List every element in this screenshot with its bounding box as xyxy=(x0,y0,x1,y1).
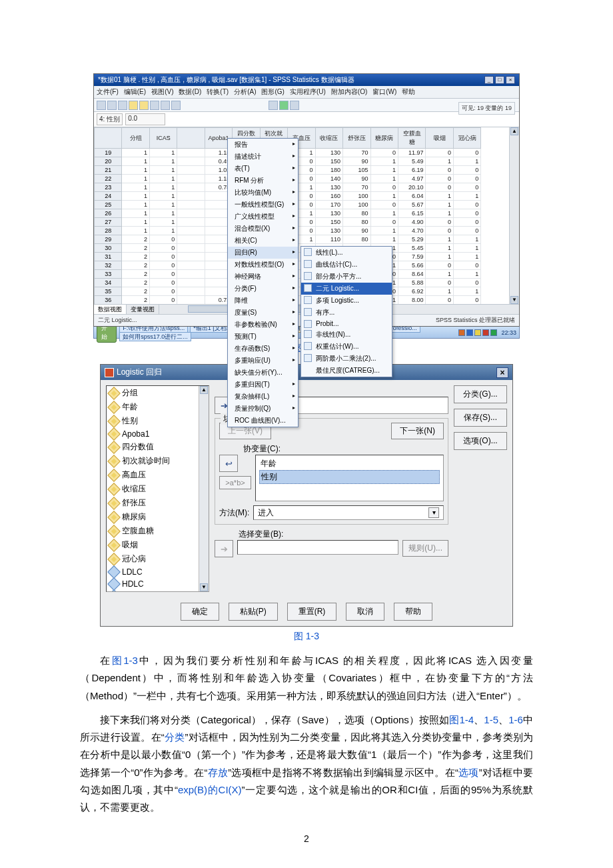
cell[interactable]: 1 xyxy=(370,166,398,175)
cell[interactable]: 0 xyxy=(453,183,480,192)
cell[interactable] xyxy=(177,175,205,183)
cell[interactable]: 1 xyxy=(453,253,480,261)
cell[interactable]: 0 xyxy=(370,183,398,192)
cell[interactable]: 5.88 xyxy=(398,279,425,287)
variable-item[interactable]: 舒张压 xyxy=(107,496,209,510)
menu-item[interactable]: 图形(G) xyxy=(261,88,284,95)
analyse-menu-item[interactable]: 报告▸ xyxy=(228,139,298,151)
analyse-menu-item[interactable]: 对数线性模型(O)▸ xyxy=(228,259,298,271)
analyse-menu-item[interactable]: 表(T)▸ xyxy=(228,163,298,175)
term-link[interactable]: exp(B)的CI(X) xyxy=(178,784,242,795)
cell[interactable]: 1 xyxy=(149,149,177,157)
variable-item[interactable]: 高血压 xyxy=(107,468,209,482)
term-link[interactable]: 选项 xyxy=(458,767,479,778)
tray-icon[interactable] xyxy=(490,329,497,336)
cell[interactable]: 130 xyxy=(315,183,342,192)
dialog-side-button[interactable]: 保存(S)... xyxy=(454,409,507,427)
cell[interactable]: 1 xyxy=(122,227,149,235)
row-number[interactable]: 36 xyxy=(95,296,122,305)
table-row[interactable]: 27114801508004.9000 xyxy=(95,218,509,227)
variable-item[interactable]: 年龄 xyxy=(107,400,209,414)
cell[interactable]: 0 xyxy=(453,175,480,183)
table-row[interactable]: 21111.02310018010516.1900 xyxy=(95,166,509,175)
analyse-menu-item[interactable]: 多重响应(U)▸ xyxy=(228,355,298,367)
cell[interactable] xyxy=(177,296,205,305)
dialog-side-button[interactable]: 分类(G)... xyxy=(454,385,507,403)
cell[interactable] xyxy=(177,235,205,244)
save-icon[interactable] xyxy=(107,101,117,110)
cell[interactable]: 105 xyxy=(343,166,370,175)
table-row[interactable]: 29202411108015.2911 xyxy=(95,235,509,244)
row-number[interactable]: 28 xyxy=(95,227,122,235)
row-number[interactable]: 19 xyxy=(95,149,122,157)
row-number[interactable]: 25 xyxy=(95,201,122,209)
taskbar-item[interactable]: 如何用spss17.0进行二... xyxy=(119,332,191,341)
cell[interactable]: 1 xyxy=(426,201,453,209)
cell[interactable]: 100 xyxy=(343,201,370,209)
row-number[interactable]: 26 xyxy=(95,209,122,218)
menu-item[interactable]: 视图(V) xyxy=(151,88,173,95)
scroll-down-icon[interactable]: ▼ xyxy=(200,583,208,591)
cell[interactable]: 1 xyxy=(426,157,453,166)
variable-item[interactable]: TG xyxy=(107,590,209,592)
maximize-icon[interactable]: □ xyxy=(495,76,504,84)
cell[interactable]: 0 xyxy=(149,253,177,261)
table-row[interactable]: 261116811308016.1510 xyxy=(95,209,509,218)
scroll-up-icon[interactable]: ▲ xyxy=(200,386,208,394)
analyse-menu-item[interactable]: 分类(F)▸ xyxy=(228,283,298,295)
cell[interactable]: 5.67 xyxy=(398,201,425,209)
cell[interactable]: 1 xyxy=(149,192,177,201)
cell[interactable]: 0 xyxy=(149,244,177,253)
cell[interactable]: 1 xyxy=(149,183,177,192)
covariates-listbox[interactable]: 年龄性别 xyxy=(255,455,444,501)
cell[interactable]: 170 xyxy=(315,201,342,209)
analyse-menu-item[interactable]: 质量控制(Q)▸ xyxy=(228,403,298,415)
cell[interactable]: 1 xyxy=(453,235,480,244)
analyse-menu[interactable]: 报告▸描述统计▸表(T)▸RFM 分析▸比较均值(M)▸一般线性模型(G)▸广义… xyxy=(227,138,299,427)
cell[interactable]: 1 xyxy=(122,157,149,166)
column-header[interactable] xyxy=(95,128,122,149)
chart-icon[interactable] xyxy=(161,101,170,110)
cell[interactable]: 8.64 xyxy=(398,270,425,279)
cell[interactable]: 6.92 xyxy=(398,287,425,296)
cell[interactable]: 0 xyxy=(370,149,398,157)
cell[interactable]: 80 xyxy=(343,209,370,218)
regression-menu-item[interactable]: 曲线估计(C)... xyxy=(301,259,392,271)
cell[interactable]: 150 xyxy=(315,218,342,227)
cell[interactable]: 1 xyxy=(453,157,480,166)
cell[interactable]: 0 xyxy=(453,149,480,157)
cell[interactable]: 0 xyxy=(426,183,453,192)
variable-item[interactable]: 空腹血糖 xyxy=(107,524,209,538)
cell[interactable]: 1 xyxy=(370,175,398,183)
cell[interactable]: 0 xyxy=(453,166,480,175)
menu-item[interactable]: 窗口(W) xyxy=(372,88,396,95)
analyse-menu-item[interactable]: RFM 分析▸ xyxy=(228,175,298,187)
cell[interactable]: 130 xyxy=(315,227,342,235)
cell[interactable]: 5.45 xyxy=(398,244,425,253)
cell[interactable]: 70 xyxy=(343,149,370,157)
row-number[interactable]: 22 xyxy=(95,175,122,183)
term-link[interactable]: 分类 xyxy=(165,731,185,743)
cell[interactable]: 0 xyxy=(453,218,480,227)
cell[interactable]: 0 xyxy=(370,218,398,227)
cell[interactable]: 0 xyxy=(426,175,453,183)
table-row[interactable]: 20110.49116801509015.4911 xyxy=(95,157,509,166)
move-to-select-button[interactable]: ➔ xyxy=(215,540,233,557)
cell[interactable]: 1 xyxy=(370,227,398,235)
cell[interactable]: 70 xyxy=(343,183,370,192)
table-row[interactable]: 251196017010005.6710 xyxy=(95,201,509,209)
menu-item[interactable]: 实用程序(U) xyxy=(290,88,326,95)
regression-menu-item[interactable]: 非线性(N)... xyxy=(301,329,392,341)
cell[interactable]: 0 xyxy=(426,166,453,175)
cell[interactable]: 90 xyxy=(343,175,370,183)
cell[interactable]: 0 xyxy=(426,218,453,227)
cell[interactable]: 1 xyxy=(149,227,177,235)
table-row[interactable]: 24115016010016.0411 xyxy=(95,192,509,201)
tab-data-view[interactable]: 数据视图 xyxy=(94,305,127,314)
analyse-menu-item[interactable]: 降维▸ xyxy=(228,295,298,307)
cell[interactable]: 1 xyxy=(370,192,398,201)
analyse-menu-item[interactable]: 非参数检验(N)▸ xyxy=(228,319,298,331)
cell[interactable]: 0 xyxy=(426,279,453,287)
open-icon[interactable] xyxy=(97,101,106,110)
cell[interactable]: 80 xyxy=(343,218,370,227)
